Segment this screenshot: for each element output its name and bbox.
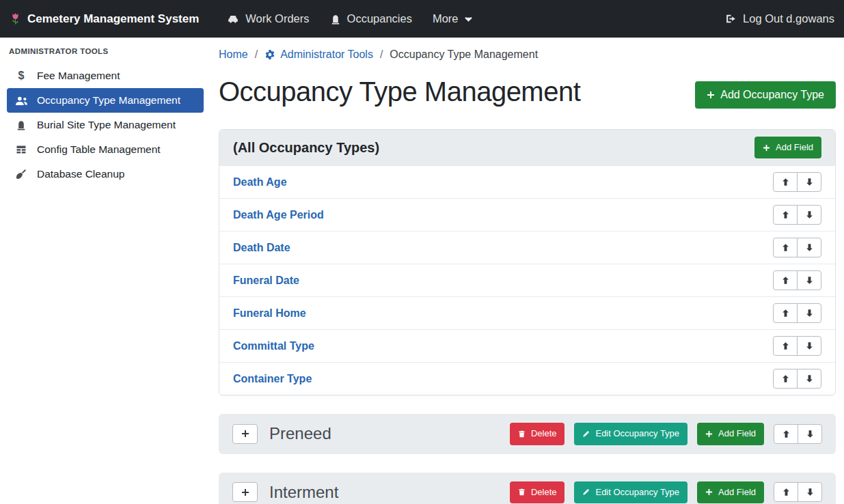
sign-out-icon xyxy=(725,13,737,25)
move-down-button[interactable] xyxy=(797,336,821,356)
expand-section-button[interactable] xyxy=(232,424,258,444)
move-up-button[interactable] xyxy=(774,424,798,444)
page-header: Occupancy Type Management Add Occupancy … xyxy=(219,76,836,109)
users-icon xyxy=(14,96,29,106)
nav-work-orders[interactable]: Work Orders xyxy=(217,7,319,31)
button-label: Add Field xyxy=(718,428,756,439)
reorder-group xyxy=(773,172,821,192)
button-label: Add Field xyxy=(718,487,756,498)
section-actions: Delete Edit Occupancy Type Add Field xyxy=(510,423,822,445)
delete-button[interactable]: Delete xyxy=(510,481,565,503)
move-up-button[interactable] xyxy=(773,336,798,356)
button-label: Delete xyxy=(531,428,557,439)
field-link[interactable]: Death Age xyxy=(233,176,287,188)
logout-link[interactable]: Log Out d.gowans xyxy=(715,7,834,31)
table-icon xyxy=(14,144,29,155)
brand-link[interactable]: Cemetery Management System xyxy=(10,12,199,26)
gear-icon xyxy=(264,49,275,60)
move-down-button[interactable] xyxy=(797,303,821,323)
breadcrumb-home-link[interactable]: Home xyxy=(219,48,248,61)
move-down-button[interactable] xyxy=(797,270,821,290)
edit-occupancy-type-button[interactable]: Edit Occupancy Type xyxy=(574,481,688,503)
field-row: Committal Type xyxy=(219,329,835,362)
breadcrumb-current: Occupancy Type Management xyxy=(390,48,538,61)
nav-label: More xyxy=(433,12,459,25)
move-up-button[interactable] xyxy=(773,238,798,257)
field-link[interactable]: Container Type xyxy=(233,373,312,385)
card-header: (All Occupancy Types) Add Field xyxy=(219,130,835,165)
section-title: Preneed xyxy=(269,424,331,443)
logout-label: Log Out d.gowans xyxy=(743,12,834,25)
car-icon xyxy=(227,14,239,24)
nav-more[interactable]: More xyxy=(422,7,482,31)
sidebar-item-config-table-management[interactable]: Config Table Management xyxy=(7,137,204,162)
nav-occupancies[interactable]: Occupancies xyxy=(320,7,422,31)
chevron-down-icon xyxy=(465,16,472,22)
sidebar-item-occupancy-type-management[interactable]: Occupancy Type Management xyxy=(7,88,204,113)
card-title: (All Occupancy Types) xyxy=(233,140,379,156)
tombstone-icon xyxy=(330,14,341,25)
sidebar-item-label: Fee Management xyxy=(37,70,120,82)
field-link[interactable]: Funeral Date xyxy=(233,275,299,287)
edit-occupancy-type-button[interactable]: Edit Occupancy Type xyxy=(574,423,688,445)
add-field-button[interactable]: Add Field xyxy=(754,137,821,158)
breadcrumb: Home / Administrator Tools / Occupancy T… xyxy=(219,48,836,61)
reorder-group xyxy=(773,336,821,356)
section-title: Interment xyxy=(269,483,338,502)
plus-icon xyxy=(705,430,713,438)
button-label: Edit Occupancy Type xyxy=(595,428,679,439)
reorder-group xyxy=(774,424,822,444)
brand-title: Cemetery Management System xyxy=(27,12,199,26)
move-down-button[interactable] xyxy=(797,238,821,257)
plus-icon xyxy=(705,488,713,496)
expand-section-button[interactable] xyxy=(232,482,258,502)
field-link[interactable]: Death Date xyxy=(233,242,290,254)
sidebar-item-label: Occupancy Type Management xyxy=(37,94,180,107)
move-down-button[interactable] xyxy=(798,482,822,502)
move-down-button[interactable] xyxy=(798,424,822,444)
field-row: Death Age xyxy=(219,165,835,198)
sidebar-header: ADMINISTRATOR TOOLS xyxy=(0,46,210,64)
reorder-group xyxy=(773,270,821,290)
move-up-button[interactable] xyxy=(773,270,798,290)
trash-icon xyxy=(518,430,526,438)
breadcrumb-separator: / xyxy=(255,48,258,61)
reorder-group xyxy=(773,238,821,257)
sidebar-item-fee-management[interactable]: $ Fee Management xyxy=(7,64,204,88)
button-label: Add Field xyxy=(776,142,813,153)
move-up-button[interactable] xyxy=(773,369,798,389)
breadcrumb-admin-tools-link[interactable]: Administrator Tools xyxy=(264,48,373,61)
top-navbar: Cemetery Management System Work Orders O… xyxy=(0,0,844,38)
add-field-button[interactable]: Add Field xyxy=(697,423,764,445)
field-link[interactable]: Death Age Period xyxy=(233,209,324,221)
add-field-button[interactable]: Add Field xyxy=(697,481,764,503)
delete-button[interactable]: Delete xyxy=(510,423,565,445)
breadcrumb-label: Home xyxy=(219,48,248,61)
main-nav: Work Orders Occupancies More xyxy=(217,7,482,31)
move-up-button[interactable] xyxy=(773,172,798,192)
button-label: Edit Occupancy Type xyxy=(595,487,679,498)
pencil-icon xyxy=(582,430,590,438)
tombstone-icon xyxy=(14,120,29,130)
dollar-icon: $ xyxy=(14,70,29,82)
move-up-button[interactable] xyxy=(773,303,798,323)
field-row: Funeral Date xyxy=(219,264,835,296)
move-down-button[interactable] xyxy=(797,369,821,389)
main-content: Home / Administrator Tools / Occupancy T… xyxy=(210,38,844,504)
field-link[interactable]: Committal Type xyxy=(233,340,314,352)
breadcrumb-separator: / xyxy=(380,48,383,61)
move-down-button[interactable] xyxy=(797,172,821,192)
field-link[interactable]: Funeral Home xyxy=(233,307,306,320)
move-up-button[interactable] xyxy=(773,205,798,225)
sidebar-item-label: Burial Site Type Management xyxy=(37,119,176,131)
add-occupancy-type-button[interactable]: Add Occupancy Type xyxy=(695,81,836,109)
plus-icon xyxy=(763,144,770,152)
button-label: Add Occupancy Type xyxy=(720,88,824,102)
sidebar-item-burial-site-type-management[interactable]: Burial Site Type Management xyxy=(7,113,204,137)
move-up-button[interactable] xyxy=(774,482,798,502)
move-down-button[interactable] xyxy=(797,205,821,225)
page-title: Occupancy Type Management xyxy=(219,76,580,107)
nav-label: Work Orders xyxy=(245,12,309,25)
sidebar-item-database-cleanup[interactable]: Database Cleanup xyxy=(7,162,204,186)
nav-label: Occupancies xyxy=(347,12,412,25)
